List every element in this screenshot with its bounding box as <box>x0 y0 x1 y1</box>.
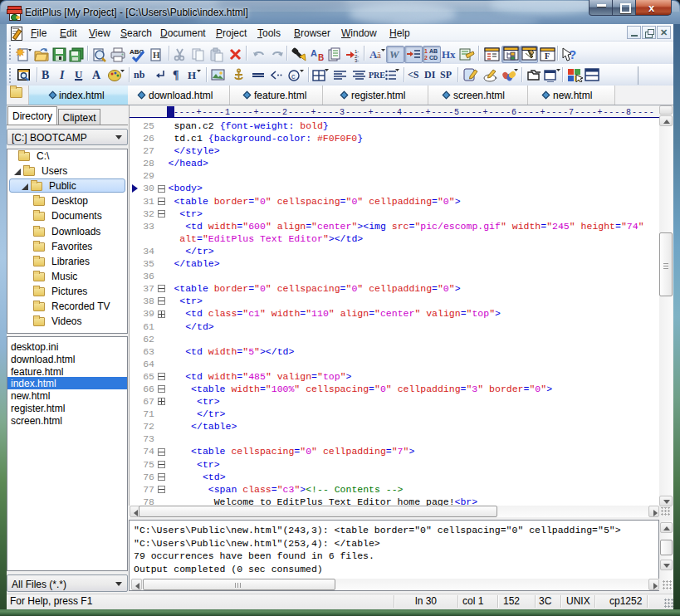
svg-text:1: 1 <box>424 48 428 54</box>
svg-text:¶: ¶ <box>173 69 179 81</box>
svg-text:H: H <box>153 50 160 60</box>
svg-text:F: F <box>545 51 550 61</box>
svg-text:<S: <S <box>408 69 419 81</box>
svg-text:c: c <box>291 72 296 81</box>
svg-text:SP: SP <box>440 69 452 81</box>
svg-text:B: B <box>42 69 49 81</box>
svg-text:A: A <box>92 69 101 81</box>
svg-text:A: A <box>311 48 317 58</box>
svg-text:2: 2 <box>424 55 428 61</box>
svg-text:B: B <box>318 53 324 62</box>
svg-text:U: U <box>75 68 83 81</box>
svg-text:CD: CD <box>429 55 438 61</box>
svg-text:H: H <box>188 69 196 81</box>
svg-text:AB: AB <box>429 48 438 54</box>
svg-text:ã: ã <box>377 50 381 60</box>
svg-text:Hx: Hx <box>442 48 456 61</box>
svg-text:W: W <box>389 48 400 61</box>
svg-text:nb: nb <box>134 69 145 81</box>
svg-text:3-: 3- <box>355 58 359 62</box>
svg-text:PRE: PRE <box>369 71 385 80</box>
svg-text:I: I <box>59 69 65 81</box>
svg-text:DI: DI <box>424 69 436 81</box>
